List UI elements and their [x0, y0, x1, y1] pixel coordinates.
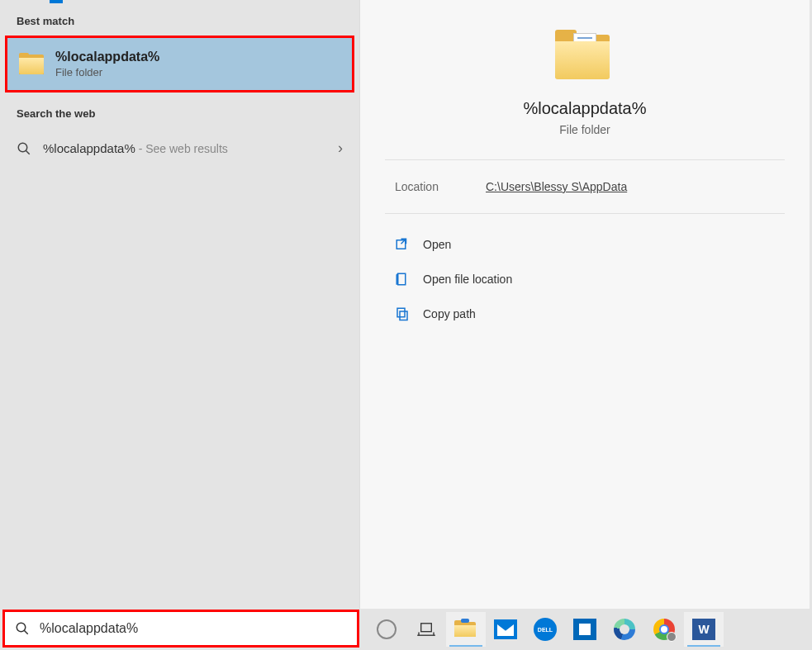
folder-icon: [555, 30, 615, 83]
word-icon: W: [692, 619, 715, 640]
preview-title: %localappdata%: [377, 99, 793, 118]
action-list: Open Open file location Copy path: [360, 214, 810, 344]
search-bar[interactable]: [2, 610, 359, 648]
taskbar: DELL W: [363, 609, 812, 650]
cortana-button[interactable]: [367, 612, 406, 647]
folder-location-icon: [395, 272, 410, 287]
copy-path-label: Copy path: [423, 307, 476, 320]
svg-point-0: [18, 143, 27, 152]
web-result-suffix: - See web results: [135, 142, 228, 155]
result-subtitle: File folder: [55, 66, 340, 78]
location-row: Location C:\Users\Blessy S\AppData: [360, 160, 810, 213]
search-icon: [17, 141, 31, 156]
copy-icon: [395, 306, 410, 321]
mail-icon: [494, 619, 517, 639]
svg-rect-3: [398, 273, 406, 285]
preview-subtitle: File folder: [377, 123, 793, 136]
svg-rect-4: [400, 311, 407, 320]
preview-panel: %localappdata% File folder Location C:\U…: [359, 0, 810, 609]
search-results-panel: Best match %localappdata% File folder Se…: [0, 0, 359, 609]
dell-icon: DELL: [534, 618, 557, 641]
task-view-button[interactable]: [406, 612, 446, 647]
open-label: Open: [423, 238, 451, 251]
file-explorer-taskbar[interactable]: [446, 612, 486, 647]
best-match-header: Best match: [0, 0, 359, 36]
chrome-taskbar[interactable]: [644, 612, 684, 647]
cortana-icon: [377, 619, 397, 639]
open-action[interactable]: Open: [395, 227, 775, 262]
folder-icon: [19, 53, 45, 76]
open-icon: [395, 237, 410, 252]
svg-rect-5: [397, 308, 405, 317]
open-file-location-action[interactable]: Open file location: [395, 262, 775, 297]
app-tile-taskbar[interactable]: [565, 612, 605, 647]
web-search-result[interactable]: %localappdata% - See web results ›: [0, 128, 359, 168]
svg-point-6: [17, 623, 26, 632]
svg-line-1: [26, 150, 30, 154]
svg-line-7: [24, 630, 28, 634]
best-match-result[interactable]: %localappdata% File folder: [5, 36, 354, 93]
svg-rect-8: [421, 624, 432, 632]
open-location-label: Open file location: [423, 273, 512, 286]
result-text: %localappdata% File folder: [55, 50, 340, 78]
web-result-title: %localappdata%: [43, 141, 135, 155]
search-icon: [15, 621, 30, 636]
result-title: %localappdata%: [55, 50, 340, 64]
word-taskbar[interactable]: W: [684, 612, 724, 647]
location-label: Location: [395, 180, 486, 193]
tile-icon: [573, 619, 596, 640]
search-input[interactable]: [40, 621, 347, 636]
mail-taskbar[interactable]: [486, 612, 525, 647]
active-tab-indicator: [50, 0, 63, 3]
search-web-header: Search the web: [0, 93, 359, 128]
task-view-icon: [417, 622, 435, 637]
chevron-right-icon: ›: [338, 140, 343, 157]
edge-taskbar[interactable]: [605, 612, 644, 647]
location-path[interactable]: C:\Users\Blessy S\AppData: [486, 180, 627, 193]
file-explorer-icon: [454, 620, 477, 638]
chrome-icon: [653, 619, 675, 640]
dell-app-taskbar[interactable]: DELL: [525, 612, 565, 647]
copy-path-action[interactable]: Copy path: [395, 297, 775, 331]
web-result-text: %localappdata% - See web results: [43, 141, 338, 155]
preview-header: %localappdata% File folder: [360, 0, 810, 159]
edge-icon: [614, 619, 635, 640]
